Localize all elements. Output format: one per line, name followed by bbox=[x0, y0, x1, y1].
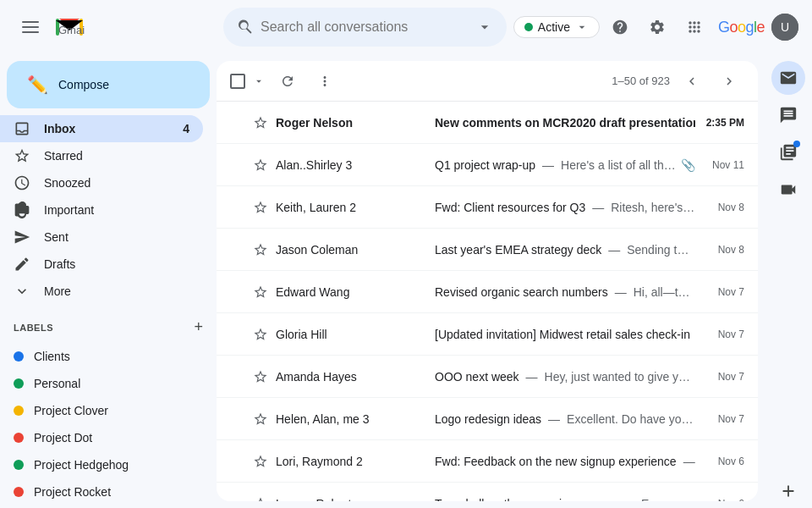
email-content-1: New comments on MCR2020 draft presentati… bbox=[435, 116, 695, 130]
topbar-right: Active Google U bbox=[513, 10, 798, 44]
search-input[interactable] bbox=[261, 19, 476, 35]
email-star-6[interactable] bbox=[252, 326, 269, 343]
email-row-8[interactable]: Helen, Alan, me 3 Logo redesign ideas — … bbox=[217, 398, 758, 440]
email-snippet-7: Hey, just wanted to give you a heads-up … bbox=[545, 370, 695, 384]
label-clients[interactable]: Clients bbox=[0, 343, 203, 370]
label-project-rocket[interactable]: Project Rocket bbox=[0, 478, 203, 505]
search-filter-icon[interactable] bbox=[476, 19, 493, 36]
project-clover-label-text: Project Clover bbox=[34, 404, 108, 417]
email-content-8: Logo redesign ideas — Excellent. Do have… bbox=[435, 412, 695, 426]
status-pill[interactable]: Active bbox=[513, 16, 600, 38]
email-snippet-5: Hi, all—the table below contains the rev… bbox=[634, 285, 695, 299]
user-avatar[interactable]: U bbox=[771, 14, 798, 41]
sidebar-item-important[interactable]: Important bbox=[0, 196, 203, 224]
email-time-4: Nov 8 bbox=[702, 244, 744, 256]
email-list: Roger Nelson New comments on MCR2020 dra… bbox=[217, 102, 758, 501]
email-row-1[interactable]: Roger Nelson New comments on MCR2020 dra… bbox=[217, 102, 758, 144]
email-star-7[interactable] bbox=[252, 368, 269, 385]
email-star-5[interactable] bbox=[252, 284, 269, 301]
side-icons bbox=[765, 54, 812, 508]
sidebar-item-drafts-label: Drafts bbox=[44, 257, 189, 271]
email-sender-9: Lori, Raymond 2 bbox=[276, 455, 428, 468]
apps-button[interactable] bbox=[678, 10, 711, 44]
email-time-9: Nov 6 bbox=[702, 456, 744, 467]
email-list-container: 1–50 of 923 Roger Nelson New comments on… bbox=[217, 61, 758, 501]
email-sender-2: Alan..Shirley 3 bbox=[276, 158, 428, 172]
sidebar-item-starred[interactable]: Starred bbox=[0, 142, 203, 169]
sent-icon bbox=[14, 229, 30, 246]
labels-header: LABELS + bbox=[0, 312, 217, 343]
menu-button[interactable] bbox=[14, 10, 47, 44]
email-time-2: Nov 11 bbox=[702, 159, 744, 171]
svg-text:Gmail: Gmail bbox=[58, 24, 85, 36]
email-row-6[interactable]: Gloria Hill [Updated invitation] Midwest… bbox=[217, 313, 758, 356]
sidebar-item-snoozed-label: Snoozed bbox=[44, 176, 189, 190]
meet-side-icon[interactable] bbox=[771, 173, 805, 207]
email-row-9[interactable]: Lori, Raymond 2 Fwd: Feedback on the new… bbox=[217, 440, 758, 483]
sidebar: ✏️ Compose Inbox 4 Starred Snoozed bbox=[0, 54, 217, 508]
snoozed-icon bbox=[14, 174, 30, 191]
project-hedgehog-label-dot bbox=[14, 460, 24, 470]
email-row-4[interactable]: Jason Coleman Last year's EMEA strategy … bbox=[217, 229, 758, 271]
email-snippet-8: Excellent. Do have you have time to meet… bbox=[567, 412, 695, 426]
inbox-icon bbox=[14, 120, 30, 137]
email-content-5: Revised organic search numbers — Hi, all… bbox=[435, 285, 695, 299]
svg-rect-1 bbox=[22, 26, 39, 28]
email-attachment-icon-2: 📎 bbox=[681, 158, 695, 172]
settings-button[interactable] bbox=[640, 10, 674, 44]
email-star-8[interactable] bbox=[252, 411, 269, 428]
sidebar-item-starred-label: Starred bbox=[44, 149, 189, 163]
email-sender-1: Roger Nelson bbox=[276, 116, 428, 130]
chat-side-icon[interactable] bbox=[771, 98, 805, 132]
email-time-1: 2:35 PM bbox=[702, 117, 744, 129]
compose-button[interactable]: ✏️ Compose bbox=[7, 61, 210, 108]
email-row-5[interactable]: Edward Wang Revised organic search numbe… bbox=[217, 271, 758, 313]
label-project-hedgehog[interactable]: Project Hedgehog bbox=[0, 451, 203, 478]
email-row-3[interactable]: Keith, Lauren 2 Fwd: Client resources fo… bbox=[217, 186, 758, 229]
add-side-icon[interactable] bbox=[771, 474, 805, 508]
sidebar-more-nav[interactable]: More bbox=[0, 278, 217, 305]
email-row-7[interactable]: Amanda Hayes OOO next week — Hey, just w… bbox=[217, 356, 758, 398]
email-star-9[interactable] bbox=[252, 453, 269, 470]
email-time-8: Nov 7 bbox=[702, 413, 744, 425]
labels-header-text: LABELS bbox=[14, 323, 53, 333]
email-star-4[interactable] bbox=[252, 241, 269, 258]
compose-icon: ✏️ bbox=[27, 75, 48, 95]
inbox-count: 4 bbox=[183, 122, 189, 135]
email-star-1[interactable] bbox=[252, 114, 269, 131]
refresh-button[interactable] bbox=[272, 66, 303, 97]
email-content-4: Last year's EMEA strategy deck — Sending… bbox=[435, 243, 695, 257]
spaces-side-icon[interactable] bbox=[771, 135, 805, 169]
prev-page-button[interactable] bbox=[677, 66, 707, 97]
select-dropdown[interactable] bbox=[252, 75, 266, 88]
email-subject-8: Logo redesign ideas bbox=[435, 412, 541, 426]
email-time-6: Nov 7 bbox=[702, 329, 744, 340]
project-hedgehog-label-text: Project Hedgehog bbox=[34, 458, 129, 472]
more-actions-button[interactable] bbox=[310, 66, 340, 97]
email-star-3[interactable] bbox=[252, 199, 269, 216]
add-label-button[interactable]: + bbox=[194, 318, 203, 336]
svg-rect-2 bbox=[22, 31, 39, 33]
email-subject-3: Fwd: Client resources for Q3 bbox=[435, 201, 585, 214]
select-all-checkbox[interactable] bbox=[230, 74, 245, 89]
search-bar bbox=[223, 8, 507, 47]
mail-side-icon[interactable] bbox=[771, 61, 805, 95]
sidebar-item-sent[interactable]: Sent bbox=[0, 224, 203, 251]
important-icon bbox=[14, 202, 30, 218]
email-time-3: Nov 8 bbox=[702, 202, 744, 213]
help-button[interactable] bbox=[603, 10, 637, 44]
label-personal[interactable]: Personal bbox=[0, 370, 203, 397]
email-star-2[interactable] bbox=[252, 157, 269, 174]
topbar-left: Gmail bbox=[14, 10, 217, 44]
sidebar-item-inbox[interactable]: Inbox 4 bbox=[0, 115, 203, 142]
page-info: 1–50 of 923 bbox=[612, 75, 670, 87]
sidebar-item-snoozed[interactable]: Snoozed bbox=[0, 169, 203, 196]
email-row-2[interactable]: Alan..Shirley 3 Q1 project wrap-up — Her… bbox=[217, 144, 758, 186]
label-project-dot[interactable]: Project Dot bbox=[0, 424, 203, 451]
sidebar-more-nav-label: More bbox=[44, 284, 71, 298]
label-project-clover[interactable]: Project Clover bbox=[0, 397, 203, 424]
email-row-10[interactable]: Lauren Roberts Town hall on the upcoming… bbox=[217, 483, 758, 501]
next-page-button[interactable] bbox=[714, 66, 744, 97]
sidebar-item-drafts[interactable]: Drafts bbox=[0, 251, 203, 278]
email-star-10[interactable] bbox=[252, 495, 269, 502]
